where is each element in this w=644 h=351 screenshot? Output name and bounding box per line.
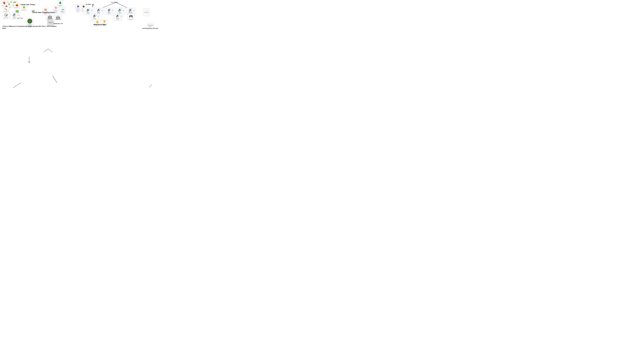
svg-line-3 <box>48 49 52 52</box>
i-think-badges-label: i Think is 100kquest to Completing this … <box>2 25 59 29</box>
card-fdice[interactable]: 🎲 Images/fdice <box>2 12 10 19</box>
background-2nd-label: background for 2nd map <box>142 27 158 29</box>
new-event-bee-label: New Event Bee <box>94 23 106 25</box>
svg-line-5 <box>52 76 57 83</box>
card-pop-field1[interactable]: 🫐 Images/fts_b By Onett Offsite <box>75 4 80 12</box>
fts-grn: 🌿 <box>15 10 19 13</box>
card-beam[interactable]: Images/beam: By Onett Offsite <box>47 20 54 26</box>
beam-for-label: beam for ??? <box>54 23 63 24</box>
svg-line-2 <box>44 49 48 52</box>
card-fts-pum[interactable]: 🎃 Images/fts_p <box>14 3 20 8</box>
dot-bears: • <box>45 13 45 14</box>
svg-line-6 <box>13 83 21 88</box>
svg-line-7 <box>149 85 152 87</box>
sound-mconv[interactable]: 🔊 ▶ mconv By Onett Offsite <box>113 13 122 21</box>
card-fts-mnt[interactable]: 🏔️ Images/fts_m By Onett Offsite <box>60 6 66 14</box>
you-think-mid: You Think <box>17 17 23 19</box>
you-think-top: You Think <box>111 1 118 3</box>
card-fts-clv[interactable]: 🍀 Images/fts_c <box>21 5 27 11</box>
question-mark: ? <box>92 3 94 8</box>
card-popup[interactable]: 📄 Images/popu <box>143 8 150 16</box>
fts-dark: 🌿 <box>32 10 35 13</box>
i-think-bears-label: i think New Traveling Bears <box>32 11 55 13</box>
card-mcomb[interactable]: 🎮 Images/mcom <box>128 13 134 20</box>
card-robo1[interactable]: 🤖 Images/robo1 <box>54 15 62 20</box>
card-backg[interactable]: Images/backg By Onett Offsite <box>147 23 154 30</box>
